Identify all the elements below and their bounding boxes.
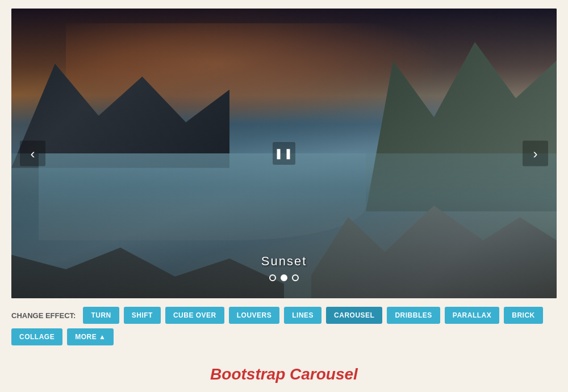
dots-container <box>11 274 557 281</box>
prev-button[interactable]: ‹ <box>20 141 45 166</box>
caption-title: Sunset <box>11 254 557 269</box>
next-button[interactable]: › <box>523 141 548 166</box>
effect-btn-dribbles[interactable]: DRIBBLES <box>387 307 440 324</box>
effect-btn-turn[interactable]: TURN <box>83 307 119 324</box>
effect-btn-parallax[interactable]: PARALLAX <box>445 307 499 324</box>
effect-btn-shift[interactable]: SHIFT <box>124 307 161 324</box>
controls-bar: CHANGE EFFECT: TURNSHIFTCUBE OVERLOUVERS… <box>11 307 557 345</box>
pause-button[interactable]: ❚❚ <box>273 142 295 165</box>
effect-btn-lines[interactable]: LINES <box>284 307 321 324</box>
caption-area: Sunset <box>11 254 557 281</box>
effect-btn-collage[interactable]: COLLAGE <box>11 328 62 345</box>
dot-1[interactable] <box>269 274 276 281</box>
water-area <box>39 153 366 240</box>
dot-3[interactable] <box>292 274 299 281</box>
dot-2[interactable] <box>281 274 287 281</box>
carousel: ‹ ❚❚ › Sunset <box>11 9 557 298</box>
effect-btn-louvers[interactable]: LOUVERS <box>229 307 280 324</box>
page-title: Bootstrap Carousel <box>0 365 568 383</box>
effect-btn-carousel[interactable]: CAROUSEL <box>326 307 382 324</box>
effect-btn-cube-over[interactable]: CUBE OVER <box>165 307 224 324</box>
change-effect-label: CHANGE EFFECT: <box>11 311 76 320</box>
page-title-section: Bootstrap Carousel <box>0 354 568 389</box>
effect-btn-more[interactable]: MORE ▲ <box>67 328 114 345</box>
effect-btn-brick[interactable]: BRICK <box>504 307 543 324</box>
